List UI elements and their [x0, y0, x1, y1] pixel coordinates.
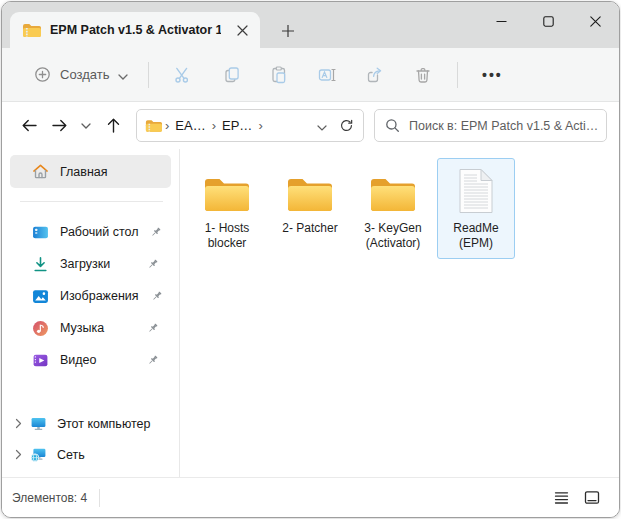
expand-chevron-icon[interactable] [14, 446, 23, 464]
file-item-readme-selected[interactable]: ReadMe (EPM) [437, 158, 515, 259]
address-dropdown-chevron[interactable] [311, 117, 333, 135]
new-tab-button[interactable] [274, 17, 301, 44]
sidebar-item-label: Рабочий стол [60, 225, 138, 239]
pin-icon [149, 226, 162, 239]
toolbar-divider [148, 62, 149, 88]
item-count: Элементов: 4 [12, 491, 87, 505]
sidebar-item-label: Загрузки [60, 257, 135, 271]
file-item-folder-1[interactable]: 1- Hosts blocker [188, 158, 266, 259]
downloads-icon [32, 256, 49, 273]
copy-button[interactable] [212, 57, 250, 93]
sidebar-divider [20, 201, 163, 202]
sidebar-item-this-pc[interactable]: Этот компьютер [2, 408, 179, 439]
sidebar-item-label: Изображения [60, 289, 139, 303]
breadcrumb-item[interactable]: EP… [219, 116, 255, 135]
search-icon [385, 118, 400, 133]
pin-icon [146, 322, 159, 335]
large-icons-view-button[interactable] [579, 486, 605, 510]
file-name: ReadMe (EPM) [438, 221, 514, 251]
sidebar-item-label: Музыка [60, 321, 135, 335]
tab-close-icon[interactable] [230, 18, 254, 42]
sidebar-item-pictures[interactable]: Изображения [2, 280, 179, 312]
file-name: 3- KeyGen (Activator) [355, 221, 431, 251]
forward-button[interactable] [44, 111, 74, 141]
pin-icon [146, 354, 159, 367]
breadcrumb-item[interactable]: EA… [172, 116, 208, 135]
file-item-folder-3[interactable]: 3- KeyGen (Activator) [354, 158, 432, 259]
refresh-button[interactable] [333, 113, 359, 139]
tab-title: EPM Patch v1.5 & Activator 1.1 [50, 23, 221, 37]
folder-icon [286, 164, 334, 214]
delete-button[interactable] [404, 57, 442, 93]
text-document-icon [458, 164, 494, 214]
rename-button[interactable] [308, 57, 346, 93]
desktop-icon [32, 224, 49, 241]
window-controls [478, 2, 619, 40]
status-divider [99, 489, 100, 507]
recent-locations-chevron[interactable] [74, 111, 98, 141]
search-input[interactable] [409, 119, 598, 133]
zip-folder-icon [22, 22, 41, 38]
new-button-label: Создать [60, 67, 109, 82]
sidebar-item-desktop[interactable]: Рабочий стол [2, 216, 179, 248]
chevron-down-icon [118, 66, 128, 84]
maximize-button[interactable] [525, 2, 572, 40]
sidebar-item-label: Главная [60, 165, 171, 179]
this-pc-icon [30, 415, 47, 432]
sidebar-item-downloads[interactable]: Загрузки [2, 248, 179, 280]
file-name: 2- Patcher [282, 221, 337, 236]
up-button[interactable] [98, 111, 128, 141]
zip-folder-icon [145, 118, 162, 133]
folder-icon [203, 164, 251, 214]
new-button[interactable]: Создать [24, 59, 138, 91]
music-icon [32, 320, 49, 337]
sidebar-tree-section: Этот компьютер [2, 408, 179, 470]
content-area: Главная Рабочий стол [2, 149, 619, 477]
folder-icon [369, 164, 417, 214]
videos-icon [32, 352, 49, 369]
active-tab[interactable]: EPM Patch v1.5 & Activator 1.1 [10, 12, 260, 48]
tab-bar: EPM Patch v1.5 & Activator 1.1 [2, 2, 619, 48]
sidebar-item-label: Видео [60, 353, 135, 367]
close-button[interactable] [572, 2, 619, 40]
command-toolbar: Создать [2, 48, 619, 102]
expand-chevron-icon[interactable] [14, 415, 23, 433]
explorer-window: EPM Patch v1.5 & Activator 1.1 [1, 1, 620, 518]
search-box [374, 109, 607, 142]
file-list[interactable]: 1- Hosts blocker 2- Patcher 3- KeyGen (A… [180, 149, 619, 477]
sidebar-item-label: Этот компьютер [57, 417, 167, 431]
cut-button[interactable] [164, 57, 202, 93]
network-icon [30, 446, 47, 463]
file-name: 1- Hosts blocker [189, 221, 265, 251]
file-item-folder-2[interactable]: 2- Patcher [271, 158, 349, 244]
breadcrumb-separator: › [255, 118, 265, 133]
see-more-dots: ••• [482, 67, 503, 83]
status-bar: Элементов: 4 [2, 477, 619, 517]
sidebar-item-videos[interactable]: Видео [2, 344, 179, 376]
sidebar-item-network[interactable]: Сеть [2, 439, 179, 470]
toolbar-divider [457, 62, 458, 88]
navigation-pane: Главная Рабочий стол [2, 149, 180, 477]
pictures-icon [32, 288, 49, 305]
paste-button[interactable] [260, 57, 298, 93]
breadcrumb-separator: › [162, 118, 172, 133]
details-view-button[interactable] [548, 486, 574, 510]
back-button[interactable] [14, 111, 44, 141]
address-bar[interactable]: › EA… › EP… › [136, 109, 364, 142]
sidebar-item-label: Сеть [57, 448, 167, 462]
pin-icon [146, 258, 159, 271]
navigation-bar: › EA… › EP… › [2, 102, 619, 149]
minimize-button[interactable] [478, 2, 525, 40]
plus-circle-icon [34, 66, 51, 83]
breadcrumb-separator: › [209, 118, 219, 133]
share-button[interactable] [356, 57, 394, 93]
home-icon [32, 163, 49, 180]
sidebar-item-home[interactable]: Главная [10, 155, 171, 188]
see-more-button[interactable]: ••• [473, 57, 511, 93]
pin-icon [150, 290, 163, 303]
sidebar-item-music[interactable]: Музыка [2, 312, 179, 344]
